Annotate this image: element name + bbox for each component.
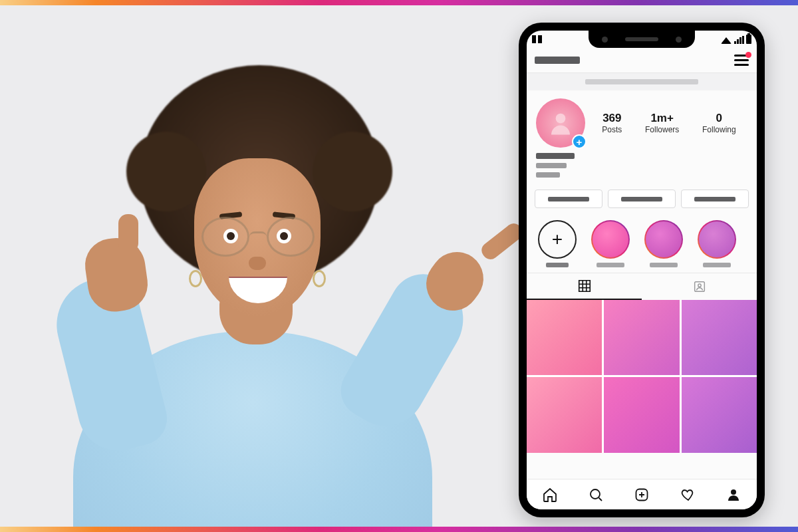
stat-following[interactable]: 0 Following [702,112,736,134]
add-post-icon [634,487,650,503]
tagged-icon [692,279,707,294]
background-photo: + 369 Posts 1m+ Followers [0,5,798,527]
profile-bio [527,152,757,187]
svg-point-0 [556,114,566,124]
highlight-thumb [593,221,628,257]
post-thumb[interactable] [527,300,602,375]
profile-header: + 369 Posts 1m+ Followers [527,90,757,152]
stat-label: Posts [602,125,622,134]
stat-posts[interactable]: 369 Posts [602,112,622,134]
highlight-item[interactable] [644,220,684,267]
phone-mockup: + 369 Posts 1m+ Followers [519,23,765,517]
earring-icon [189,270,202,287]
profile-tabs [527,273,757,300]
search-icon [588,487,604,503]
app-header [527,48,757,73]
highlight-label-placeholder [546,263,569,267]
post-thumb[interactable] [527,377,602,452]
earring-icon [313,270,326,287]
tab-grid[interactable] [527,273,642,300]
bio-line-placeholder [536,163,567,168]
nav-add[interactable] [634,487,650,503]
post-thumb[interactable] [682,300,757,375]
grid-icon [577,279,592,293]
thumb-up-icon [118,214,138,251]
plus-icon: + [538,220,577,259]
front-camera-icon [602,37,608,43]
nose [249,257,266,270]
stat-followers[interactable]: 1m+ Followers [645,112,679,134]
svg-point-3 [591,489,600,499]
home-icon [542,487,558,503]
highlight-item[interactable] [697,220,737,267]
heart-icon [680,487,696,503]
username-placeholder[interactable] [535,57,580,64]
phone-screen: + 369 Posts 1m+ Followers [527,31,757,509]
action-button[interactable] [681,190,749,208]
signal-icon [734,36,743,44]
speaker-icon [625,37,658,41]
svg-point-2 [698,284,700,287]
gradient-border-top [0,0,798,5]
person-illustration [40,45,452,527]
stat-value: 0 [702,112,736,125]
post-thumb[interactable] [604,300,679,375]
profile-actions [527,187,757,215]
nav-search[interactable] [588,487,604,503]
wifi-icon [721,37,732,44]
stat-value: 369 [602,112,622,125]
bio-name-placeholder [536,153,575,159]
avatar[interactable]: + [536,98,585,148]
highlight-thumb [646,221,682,257]
stat-label: Following [702,125,736,134]
post-thumb[interactable] [604,377,679,452]
action-button[interactable] [535,190,602,208]
tab-tagged[interactable] [642,273,757,300]
nav-activity[interactable] [680,487,696,503]
action-button[interactable] [608,190,676,208]
profile-icon [726,487,741,503]
nav-profile[interactable] [726,487,741,503]
story-highlights: + [527,215,757,273]
highlight-new[interactable]: + [537,220,577,267]
highlight-thumb [699,221,735,257]
svg-point-8 [731,489,736,495]
sub-header-placeholder [527,73,757,90]
highlight-item[interactable] [591,220,630,267]
columns-icon [532,35,543,43]
stat-value: 1m+ [645,112,679,125]
posts-grid [527,300,757,453]
stat-label: Followers [645,125,679,134]
post-thumb[interactable] [682,377,757,452]
menu-button[interactable] [734,55,749,66]
sensor-icon [676,37,682,43]
svg-line-4 [598,497,602,501]
notification-dot-icon [745,52,751,58]
bottom-navbar [527,479,757,509]
gradient-border-bottom [0,527,798,532]
profile-stats: 369 Posts 1m+ Followers 0 Following [591,112,747,134]
glasses-icon [201,217,315,257]
highlight-label-placeholder [597,263,624,267]
person-icon [547,109,575,137]
promo-graphic: + 369 Posts 1m+ Followers [0,0,798,532]
battery-icon [746,35,751,44]
highlight-label-placeholder [650,263,678,267]
bio-line-placeholder [536,172,560,178]
nav-home[interactable] [542,487,558,503]
highlight-label-placeholder [703,263,731,267]
phone-notch [589,31,695,48]
add-story-badge[interactable]: + [572,134,587,149]
